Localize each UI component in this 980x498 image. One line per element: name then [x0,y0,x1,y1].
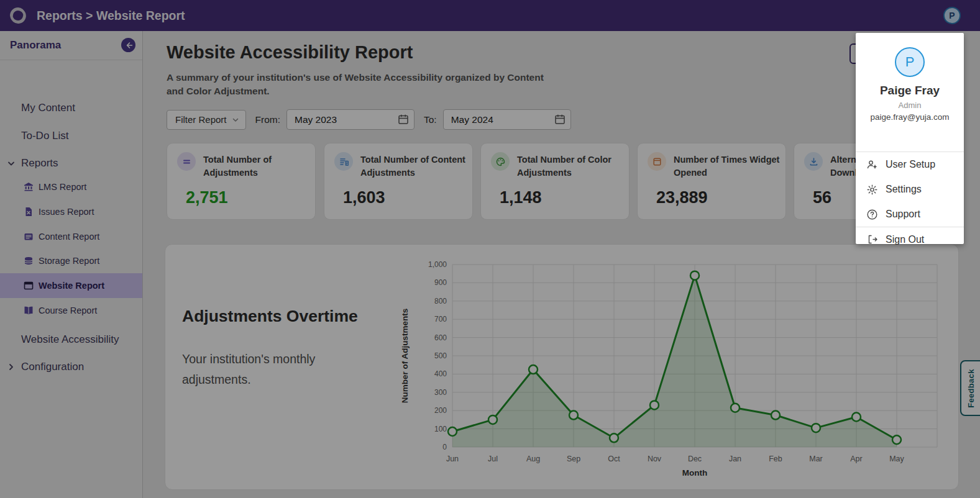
user-email: paige.fray@yuja.com [856,112,964,122]
menu-item-sign-out[interactable]: Sign Out [856,227,964,251]
gear-icon [866,184,878,196]
help-icon [866,209,878,220]
modal-scrim[interactable] [0,0,980,498]
menu-item-support[interactable]: Support [856,202,964,227]
user-gear-icon [866,159,878,171]
app-window: Reports > Website Report P Panorama My C… [0,0,980,498]
sign-out-icon [866,233,878,245]
user-dropdown-menu: P Paige Fray Admin paige.fray@yuja.com U… [856,33,964,244]
menu-item-settings[interactable]: Settings [856,177,964,202]
user-avatar: P [895,47,925,77]
menu-item-user-setup[interactable]: User Setup [856,152,964,177]
user-role: Admin [856,101,964,110]
user-info-section: P Paige Fray Admin paige.fray@yuja.com [856,47,964,152]
user-name: Paige Fray [856,84,964,97]
